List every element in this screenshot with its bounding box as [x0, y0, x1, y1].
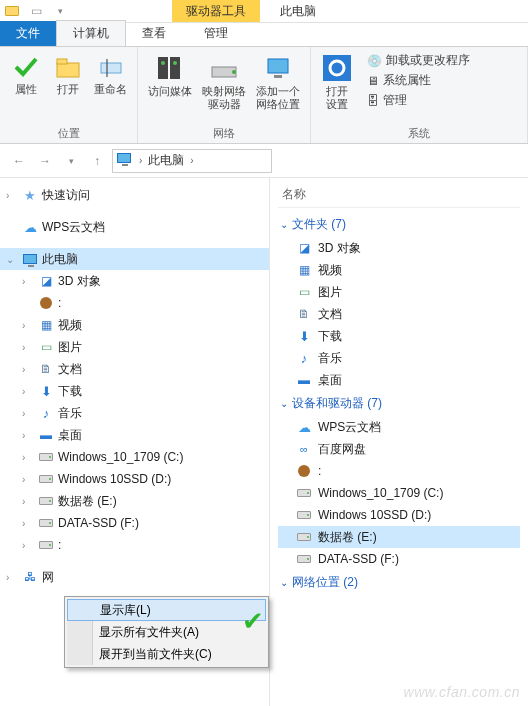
download-icon: ⬇: [38, 383, 54, 399]
film-icon: ▦: [38, 317, 54, 333]
btn-add-network-location[interactable]: 添加一个 网络位置: [252, 51, 304, 113]
network-icon: 🖧: [22, 569, 38, 585]
tree-downloads[interactable]: ›⬇下载: [0, 380, 269, 402]
tab-file[interactable]: 文件: [0, 21, 56, 46]
item-drive-f[interactable]: DATA-SSD (F:): [278, 548, 520, 570]
nav-history-dropdown[interactable]: ▾: [60, 150, 82, 172]
tree-desktop[interactable]: ›▬桌面: [0, 424, 269, 446]
svg-rect-1: [57, 59, 67, 64]
drive-network-icon: [206, 53, 242, 83]
btn-rename[interactable]: 重命名: [90, 51, 131, 98]
breadcrumb-arrow-2[interactable]: ›: [188, 155, 195, 166]
drive-icon: [296, 485, 312, 501]
watermark: www.cfan.com.cn: [404, 684, 520, 700]
drive-icon: [296, 529, 312, 545]
tree-drive-f[interactable]: ›DATA-SSD (F:): [0, 512, 269, 534]
cloud-icon: ☁: [296, 419, 312, 435]
qat-dropdown[interactable]: ▾: [48, 0, 72, 22]
tree-drive-e[interactable]: ›数据卷 (E:): [0, 490, 269, 512]
qat-icon-app[interactable]: [0, 0, 24, 22]
tree-quick-access[interactable]: ›★快速访问: [0, 184, 269, 206]
tree-documents[interactable]: ›🗎文档: [0, 358, 269, 380]
svg-rect-12: [323, 55, 351, 81]
checkmark-properties-icon: [12, 53, 40, 81]
breadcrumb-arrow-1[interactable]: ›: [137, 155, 144, 166]
tree-blank[interactable]: ›:: [0, 534, 269, 556]
film-icon: ▦: [296, 262, 312, 278]
music-icon: ♪: [296, 350, 312, 366]
picture-icon: ▭: [296, 284, 312, 300]
star-icon: ★: [22, 187, 38, 203]
item-drive-d[interactable]: Windows 10SSD (D:): [278, 504, 520, 526]
nav-up[interactable]: ↑: [86, 150, 108, 172]
media-server-icon: [152, 53, 188, 83]
group-label-network: 网络: [144, 124, 304, 141]
tree-this-pc[interactable]: ⌄此电脑: [0, 248, 269, 270]
item-3d-objects[interactable]: ◪3D 对象: [278, 237, 520, 259]
annotation-checkmark-icon: ✔: [242, 606, 264, 637]
tree-unknown[interactable]: :: [0, 292, 269, 314]
menu-show-all-folders[interactable]: 显示所有文件夹(A): [67, 621, 266, 643]
group-label-location: 位置: [6, 124, 131, 141]
breadcrumb-pc-icon: [117, 153, 133, 169]
tab-view[interactable]: 查看: [126, 21, 182, 46]
breadcrumb-this-pc[interactable]: 此电脑: [144, 152, 188, 169]
file-list[interactable]: 名称 ⌄文件夹 (7) ◪3D 对象 ▦视频 ▭图片 🗎文档 ⬇下载 ♪音乐 ▬…: [270, 178, 528, 706]
group-drives[interactable]: ⌄设备和驱动器 (7): [278, 391, 520, 416]
svg-point-6: [161, 61, 165, 65]
item-nut[interactable]: :: [278, 460, 520, 482]
nav-back[interactable]: ←: [8, 150, 30, 172]
item-drive-c[interactable]: Windows_10_1709 (C:): [278, 482, 520, 504]
nav-forward[interactable]: →: [34, 150, 56, 172]
tree-wps-cloud[interactable]: ☁WPS云文档: [0, 216, 269, 238]
tree-drive-c[interactable]: ›Windows_10_1709 (C:): [0, 446, 269, 468]
svg-rect-11: [274, 75, 282, 78]
svg-rect-4: [158, 57, 168, 79]
group-network-locations[interactable]: ⌄网络位置 (2): [278, 570, 520, 595]
item-downloads[interactable]: ⬇下载: [278, 325, 520, 347]
btn-map-drive[interactable]: 映射网络 驱动器: [198, 51, 250, 113]
ribbon-group-location: 属性 打开 重命名 位置: [0, 47, 138, 143]
tree-videos[interactable]: ›▦视频: [0, 314, 269, 336]
btn-access-media[interactable]: 访问媒体: [144, 51, 196, 113]
btn-system-properties[interactable]: 🖥系统属性: [363, 71, 474, 90]
menu-show-libraries[interactable]: 显示库(L): [67, 599, 266, 621]
desktop-icon: ▬: [38, 427, 54, 443]
tree-drive-d[interactable]: ›Windows 10SSD (D:): [0, 468, 269, 490]
tree-music[interactable]: ›♪音乐: [0, 402, 269, 424]
btn-manage[interactable]: 🗄管理: [363, 91, 474, 110]
item-drive-e[interactable]: 数据卷 (E:): [278, 526, 520, 548]
btn-open-settings[interactable]: 打开 设置: [317, 51, 357, 113]
item-documents[interactable]: 🗎文档: [278, 303, 520, 325]
context-menu: 显示库(L) 显示所有文件夹(A) 展开到当前文件夹(C) ✔: [64, 596, 269, 668]
tree-pictures[interactable]: ›▭图片: [0, 336, 269, 358]
drive-icon: [296, 551, 312, 567]
tab-computer[interactable]: 计算机: [56, 20, 126, 46]
uninstall-icon: 💿: [367, 54, 382, 68]
item-pictures[interactable]: ▭图片: [278, 281, 520, 303]
monitor-icon: 🖥: [367, 74, 379, 88]
breadcrumb[interactable]: › 此电脑 ›: [112, 149, 272, 173]
tree-network[interactable]: ›🖧网: [0, 566, 269, 588]
ribbon-tab-strip: 文件 计算机 查看 管理: [0, 23, 528, 47]
contextual-tab-drive-tools[interactable]: 驱动器工具: [172, 0, 260, 22]
btn-properties[interactable]: 属性: [6, 51, 46, 98]
item-desktop[interactable]: ▬桌面: [278, 369, 520, 391]
tab-manage[interactable]: 管理: [188, 21, 244, 46]
desktop-icon: ▬: [296, 372, 312, 388]
item-wps-cloud[interactable]: ☁WPS云文档: [278, 416, 520, 438]
item-videos[interactable]: ▦视频: [278, 259, 520, 281]
tree-3d-objects[interactable]: ›◪3D 对象: [0, 270, 269, 292]
qat-icon-box[interactable]: ▭: [24, 0, 48, 22]
item-baidu-pan[interactable]: ∞百度网盘: [278, 438, 520, 460]
btn-open[interactable]: 打开: [48, 51, 88, 98]
btn-uninstall-programs[interactable]: 💿卸载或更改程序: [363, 51, 474, 70]
ribbon-group-system: 打开 设置 💿卸载或更改程序 🖥系统属性 🗄管理 系统: [311, 47, 528, 143]
group-folders[interactable]: ⌄文件夹 (7): [278, 212, 520, 237]
menu-expand-current[interactable]: 展开到当前文件夹(C): [67, 643, 266, 665]
document-icon: 🗎: [38, 361, 54, 377]
window-title: 此电脑: [260, 3, 336, 20]
column-header-name[interactable]: 名称: [278, 184, 520, 208]
cube-icon: ◪: [38, 273, 54, 289]
item-music[interactable]: ♪音乐: [278, 347, 520, 369]
